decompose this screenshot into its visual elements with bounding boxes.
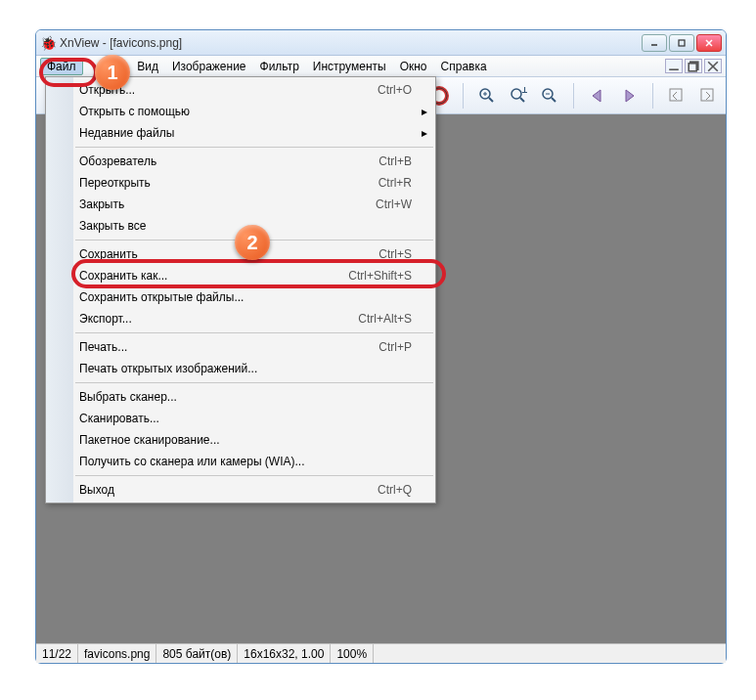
menu-item-label: Сохранить [79,247,378,261]
maximize-button[interactable] [669,34,694,52]
menu-item-shortcut: Ctrl+Q [378,483,412,497]
menu-item[interactable]: Пакетное сканирование... [46,429,435,451]
menu-item[interactable]: ЗакрытьCtrl+W [46,194,435,215]
menu-window[interactable]: Окно [393,58,434,75]
status-position: 11/22 [36,644,78,663]
menu-item[interactable]: ОбозревательCtrl+B [46,151,435,172]
menu-separator [75,147,433,148]
menu-edit-cut[interactable]: а [111,58,131,75]
menu-item-shortcut: Ctrl+S [378,247,412,261]
menu-item[interactable]: Печать открытых изображений... [46,358,435,379]
toolbar-separator [463,83,464,109]
menu-separator [75,332,433,333]
menu-item[interactable]: Закрыть все [46,215,435,237]
menu-item[interactable]: Открыть...Ctrl+O [46,79,435,101]
svg-line-12 [489,98,493,102]
menu-item-label: Сканировать... [79,412,412,425]
last-icon[interactable] [696,84,720,108]
zoom-11-icon[interactable]: 1:1 [507,84,530,108]
menu-item[interactable]: Сохранить как...Ctrl+Shift+S [46,265,435,286]
close-button[interactable] [696,34,722,52]
menu-item[interactable]: Экспорт...Ctrl+Alt+S [46,308,435,329]
menu-item[interactable]: СохранитьCtrl+S [46,243,435,265]
minimize-button[interactable] [642,34,667,52]
next-icon[interactable] [617,84,641,108]
menu-item-shortcut: Ctrl+P [378,340,412,354]
mdi-minimize-button[interactable] [665,59,683,73]
menu-item-shortcut: Ctrl+W [376,197,412,211]
menu-item-label: Пакетное сканирование... [79,433,412,447]
svg-rect-6 [689,63,696,70]
menu-item-shortcut: Ctrl+B [378,154,412,168]
menu-item-label: Получить со сканера или камеры (WIA)... [79,455,412,468]
menu-item[interactable]: Печать...Ctrl+P [46,336,435,358]
status-filesize: 805 байт(ов) [156,644,238,663]
menu-item[interactable]: Недавние файлы▸ [46,122,435,144]
mdi-close-button[interactable] [704,59,722,73]
menu-item-label: Закрыть все [79,219,412,233]
toolbar-separator [652,83,653,109]
menu-item-shortcut: Ctrl+Shift+S [348,269,412,283]
menu-image[interactable]: Изображение [165,58,253,75]
menu-item-label: Выбрать сканер... [79,390,412,404]
svg-line-19 [552,98,556,102]
menu-item-shortcut: Ctrl+Alt+S [358,312,412,326]
menu-item-label: Сохранить как... [79,269,348,283]
submenu-arrow-icon: ▸ [422,105,427,118]
menu-view[interactable]: Вид [130,58,165,75]
menu-item-shortcut: Ctrl+O [378,83,412,97]
menu-item-label: Недавние файлы [79,126,412,140]
menu-item[interactable]: Получить со сканера или камеры (WIA)... [46,451,435,472]
zoom-in-icon[interactable] [475,84,499,108]
menu-separator [75,382,433,383]
menu-item[interactable]: Выбрать сканер... [46,386,435,408]
menu-item-label: Открыть... [79,83,378,97]
menu-item-label: Открыть с помощью [79,105,412,118]
menu-item-label: Сохранить открытые файлы... [79,290,412,304]
menu-item-label: Печать... [79,340,378,354]
first-icon[interactable] [665,84,689,108]
svg-point-15 [511,89,521,99]
toolbar-separator [573,83,574,109]
svg-text:1:1: 1:1 [521,87,527,96]
menubar: Файл а Вид Изображение Фильтр Инструмент… [36,56,726,77]
menu-filter[interactable]: Фильтр [253,58,306,75]
zoom-out-icon[interactable] [538,84,561,108]
menu-item-label: Закрыть [79,197,376,211]
menu-file[interactable]: Файл [40,58,83,75]
menu-item[interactable]: Сканировать... [46,408,435,429]
menu-item-label: Печать открытых изображений... [79,362,412,375]
file-menu-dropdown: Открыть...Ctrl+OОткрыть с помощью▸Недавн… [45,76,436,503]
prev-icon[interactable] [586,84,609,108]
status-filename: favicons.png [78,644,156,663]
status-dimensions: 16x16x32, 1.00 [238,644,331,663]
menu-item[interactable]: ВыходCtrl+Q [46,479,435,501]
menu-item-label: Экспорт... [79,312,358,326]
mdi-restore-button[interactable] [685,59,702,73]
statusbar: 11/22 favicons.png 805 байт(ов) 16x16x32… [36,643,726,663]
svg-line-16 [520,98,524,102]
menu-help[interactable]: Справка [434,58,494,75]
submenu-arrow-icon: ▸ [422,126,427,140]
menu-item-shortcut: Ctrl+R [378,176,412,190]
status-zoom: 100% [331,644,374,663]
window-title: XnView - [favicons.png] [60,36,642,50]
menu-tools[interactable]: Инструменты [306,58,393,75]
menu-item[interactable]: Сохранить открытые файлы... [46,286,435,308]
menu-item-label: Выход [79,483,378,497]
menu-item[interactable]: Открыть с помощью▸ [46,101,435,122]
menu-separator [75,240,433,241]
app-icon: 🐞 [40,35,56,51]
titlebar: 🐞 XnView - [favicons.png] [36,30,726,56]
menu-item[interactable]: ПереоткрытьCtrl+R [46,172,435,194]
menu-separator [75,475,433,476]
menu-item-label: Переоткрыть [79,176,378,190]
menu-item-label: Обозреватель [79,154,378,168]
svg-rect-1 [679,40,685,46]
